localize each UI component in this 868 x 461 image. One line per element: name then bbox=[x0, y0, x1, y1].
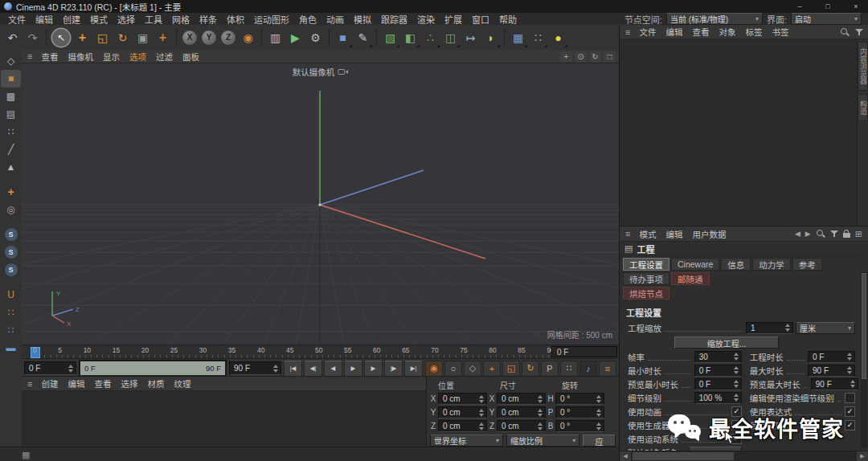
lod-spinner[interactable]: 100 % bbox=[694, 392, 742, 404]
spinner-arrows-icon[interactable] bbox=[479, 395, 485, 403]
fps-spinner[interactable]: 30 bbox=[694, 351, 742, 363]
min-time-spinner[interactable]: 0 F bbox=[694, 365, 742, 377]
menu-item[interactable]: 模拟 bbox=[349, 13, 376, 26]
panel-menu-icon[interactable]: ≡ bbox=[25, 379, 35, 389]
tab-bake-nodes[interactable]: 烘焙节点 bbox=[623, 287, 669, 300]
pan-view-button[interactable]: + bbox=[560, 51, 572, 62]
preview-range-bar[interactable]: 0 F 90 F bbox=[80, 361, 225, 375]
keyframe-options-button[interactable]: ≡ bbox=[599, 361, 616, 377]
am-menu-item[interactable]: 模式 bbox=[634, 228, 661, 240]
vertical-scrollbar[interactable] bbox=[861, 272, 867, 447]
light-button[interactable]: ● bbox=[548, 27, 568, 48]
subdivision-surface-button[interactable]: ▧ bbox=[380, 27, 400, 48]
size-spinner[interactable]: 0 cm bbox=[497, 420, 546, 432]
goto-end-button[interactable]: ▶| bbox=[404, 361, 423, 377]
spinner-arrows-icon[interactable] bbox=[538, 395, 543, 403]
tab-extra[interactable]: 邮随通 bbox=[671, 272, 710, 285]
am-menu-item[interactable]: 编辑 bbox=[661, 228, 687, 240]
menu-item[interactable]: 窗口 bbox=[467, 13, 494, 26]
scrollbar-thumb[interactable] bbox=[862, 273, 866, 379]
record-pla-button[interactable]: ∷ bbox=[560, 361, 578, 377]
om-menu-item[interactable]: 标签 bbox=[740, 26, 767, 38]
size-spinner[interactable]: 0 cm bbox=[497, 406, 546, 418]
object-tree[interactable] bbox=[620, 39, 858, 226]
rotate-tool[interactable]: ↻ bbox=[113, 27, 133, 48]
record-objects-button[interactable]: ◉ bbox=[425, 361, 443, 377]
menu-item[interactable]: 工具 bbox=[140, 13, 167, 26]
viewport-canvas[interactable]: 默认摄像机 Y Z X 网格间距 : 500 cm bbox=[22, 63, 619, 345]
quantize-snap-button[interactable]: S bbox=[5, 246, 18, 259]
menu-item[interactable]: 跟踪器 bbox=[376, 13, 412, 26]
project-time-spinner[interactable]: 0 F bbox=[808, 351, 855, 363]
menu-item[interactable]: 编辑 bbox=[31, 13, 58, 26]
menu-item[interactable]: 文件 bbox=[3, 13, 31, 26]
tab-cineware[interactable]: Cineware bbox=[671, 258, 719, 271]
spline-pen-button[interactable]: ✎ bbox=[353, 27, 373, 48]
rotation-spinner[interactable]: 0 ° bbox=[555, 393, 604, 405]
lock-icon[interactable] bbox=[843, 233, 850, 238]
menu-item[interactable]: 体积 bbox=[222, 13, 249, 26]
filter-icon[interactable] bbox=[830, 230, 838, 238]
last-used-tool[interactable]: ▣ bbox=[133, 27, 153, 48]
enable-axis-tool[interactable]: + bbox=[153, 27, 173, 48]
spinner-arrows-icon[interactable] bbox=[68, 365, 74, 373]
move-tool[interactable]: + bbox=[72, 27, 92, 48]
close-button[interactable]: × bbox=[844, 0, 868, 13]
next-frame-button[interactable]: ▶ bbox=[364, 361, 383, 377]
panel-menu-icon[interactable]: ≡ bbox=[25, 51, 35, 61]
add-cube-button[interactable]: ■ bbox=[333, 27, 353, 48]
autokey-button[interactable]: ○ bbox=[444, 361, 462, 377]
play-button[interactable]: ▶ bbox=[344, 361, 362, 377]
interface-select[interactable]: 启动▾ bbox=[791, 13, 862, 25]
spinner-arrows-icon[interactable] bbox=[596, 409, 602, 417]
scroll-right-icon[interactable]: ▶ bbox=[857, 451, 868, 461]
project-scale-spinner[interactable]: 1 bbox=[746, 322, 793, 334]
lock-z-button[interactable]: Z bbox=[221, 31, 235, 45]
om-menu-item[interactable]: 查看 bbox=[687, 26, 714, 38]
workplane-mode-button[interactable]: ▤ bbox=[1, 105, 21, 123]
scale-project-button[interactable]: 缩放工程... bbox=[674, 337, 779, 349]
viewport-menu-view[interactable]: 查看 bbox=[36, 51, 63, 63]
side-tab[interactable]: 内容浏览器 bbox=[858, 42, 868, 91]
render-settings-button[interactable]: ⚙ bbox=[305, 27, 326, 48]
coordinate-system-select[interactable]: 世界坐标▾ bbox=[430, 434, 503, 447]
workplane-snap-button[interactable]: S bbox=[5, 263, 18, 276]
goto-start-button[interactable]: |◀ bbox=[284, 361, 302, 377]
end-frame-spinner[interactable]: 90 F bbox=[229, 361, 281, 375]
am-menu-item[interactable]: 用户数据 bbox=[687, 228, 731, 240]
menu-item[interactable]: 样条 bbox=[194, 13, 222, 26]
viewport-menu-display[interactable]: 显示 bbox=[98, 51, 125, 63]
material-menu-item[interactable]: 创建 bbox=[36, 377, 63, 390]
om-menu-item[interactable]: 文件 bbox=[634, 26, 661, 38]
material-menu-item[interactable]: 材质 bbox=[142, 377, 169, 390]
om-menu-item[interactable]: 对象 bbox=[714, 26, 740, 38]
connect-objects-button[interactable]: ↦ bbox=[461, 27, 481, 48]
status-menu-icon[interactable]: ▦ bbox=[22, 450, 30, 460]
tab-reference[interactable]: 参考 bbox=[792, 258, 822, 271]
panel-menu-icon[interactable]: ≡ bbox=[623, 229, 633, 239]
snap-enable-button[interactable]: S bbox=[5, 228, 18, 241]
maximize-button[interactable]: □ bbox=[816, 0, 840, 13]
horizontal-scrollbar[interactable]: ◀ ▶ bbox=[620, 451, 868, 461]
spinner-arrows-icon[interactable] bbox=[596, 395, 602, 403]
dots-grid-button[interactable]: ∷ bbox=[1, 321, 21, 339]
menu-item[interactable]: 帮助 bbox=[494, 13, 522, 26]
array-button[interactable]: ∴ bbox=[420, 27, 440, 48]
search-icon[interactable] bbox=[816, 229, 825, 239]
material-menu-item[interactable]: 查看 bbox=[89, 377, 116, 390]
side-tab[interactable]: 构造 bbox=[858, 94, 868, 121]
viewport-menu-panel[interactable]: 面板 bbox=[178, 51, 204, 63]
material-menu-item[interactable]: 选择 bbox=[116, 377, 142, 390]
symmetry-button[interactable]: ◫ bbox=[440, 27, 461, 48]
filter-icon[interactable] bbox=[855, 28, 863, 36]
polygons-mode-button[interactable]: ▲ bbox=[1, 158, 21, 176]
om-menu-item[interactable]: 编辑 bbox=[661, 26, 687, 38]
material-menu-item[interactable]: 编辑 bbox=[63, 377, 89, 390]
default-color-select[interactable]: ▾ bbox=[689, 447, 742, 451]
camera-label[interactable]: 默认摄像机 bbox=[293, 66, 349, 78]
position-spinner[interactable]: 0 cm bbox=[438, 393, 487, 405]
model-mode-button[interactable]: ■ bbox=[1, 70, 21, 88]
tab-dynamics[interactable]: 动力学 bbox=[752, 258, 791, 271]
keyframe-selection-button[interactable]: ◇ bbox=[464, 361, 481, 377]
material-list[interactable] bbox=[22, 391, 426, 447]
